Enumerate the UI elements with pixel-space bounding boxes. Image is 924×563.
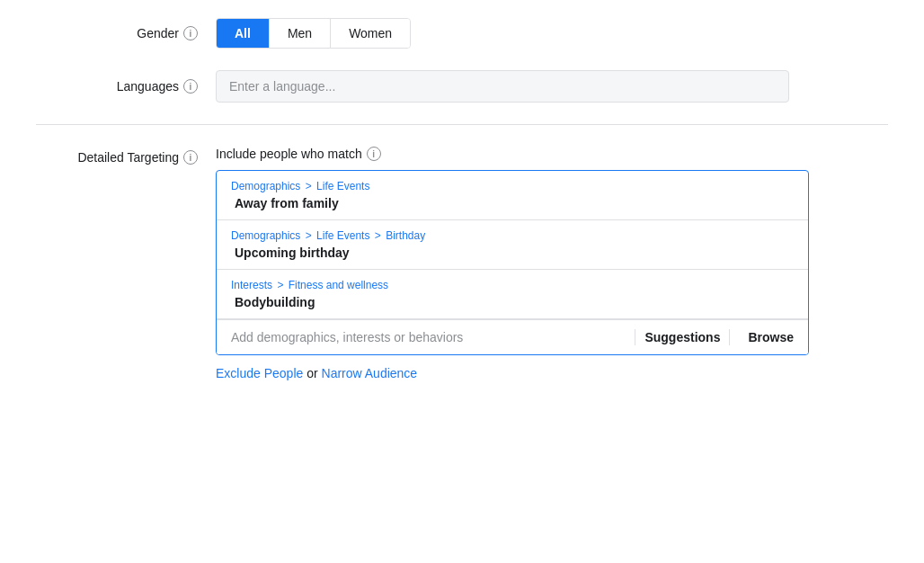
languages-info-icon[interactable]: i: [183, 79, 198, 94]
targeting-item-3: Interests > Fitness and wellness Bodybui…: [217, 270, 808, 319]
include-header-text: Include people who match: [216, 147, 362, 161]
targeting-search-input[interactable]: [231, 330, 626, 344]
breadcrumb-arrow-3: >: [277, 279, 286, 291]
targeting-value-3: Bodybuilding: [231, 295, 794, 309]
gender-women-button[interactable]: Women: [331, 19, 410, 48]
targeting-breadcrumb-1: Demographics > Life Events: [231, 180, 794, 192]
targeting-breadcrumb-2: Demographics > Life Events > Birthday: [231, 229, 794, 242]
breadcrumb-demographics-1[interactable]: Demographics: [231, 180, 300, 192]
targeting-breadcrumb-3: Interests > Fitness and wellness: [231, 279, 794, 291]
search-row-divider: [635, 329, 635, 345]
detailed-targeting-info-icon[interactable]: i: [183, 150, 198, 165]
section-divider: [36, 124, 888, 125]
include-info-icon[interactable]: i: [367, 147, 381, 161]
targeting-item-1: Demographics > Life Events Away from fam…: [217, 171, 808, 220]
breadcrumb-fitness-3[interactable]: Fitness and wellness: [289, 279, 388, 291]
breadcrumb-interests-3[interactable]: Interests: [231, 279, 272, 291]
gender-label-text: Gender: [137, 26, 179, 40]
footer-or-text: or: [307, 366, 321, 380]
languages-input[interactable]: [216, 70, 789, 103]
breadcrumb-arrow-2a: >: [306, 229, 315, 242]
breadcrumb-arrow-2b: >: [375, 229, 384, 242]
gender-men-button[interactable]: Men: [270, 19, 331, 48]
breadcrumb-life-events-2[interactable]: Life Events: [316, 229, 369, 242]
detailed-targeting-label-text: Detailed Targeting: [77, 150, 179, 165]
breadcrumb-birthday-2[interactable]: Birthday: [386, 229, 425, 242]
browse-button[interactable]: Browse: [748, 330, 794, 344]
narrow-audience-link[interactable]: Narrow Audience: [322, 366, 418, 380]
include-header: Include people who match i: [216, 147, 809, 161]
targeting-footer: Exclude People or Narrow Audience: [216, 366, 809, 380]
gender-info-icon[interactable]: i: [183, 26, 198, 40]
gender-all-button[interactable]: All: [217, 19, 270, 48]
gender-row: Gender i All Men Women: [36, 18, 888, 49]
detailed-targeting-content: Include people who match i Demographics …: [216, 147, 809, 380]
languages-label-text: Languages: [117, 79, 179, 94]
languages-label: Languages i: [36, 79, 216, 94]
gender-label: Gender i: [36, 26, 216, 40]
targeting-value-1: Away from family: [231, 196, 794, 210]
targeting-search-row: Suggestions Browse: [217, 319, 808, 354]
breadcrumb-arrow-1: >: [306, 180, 315, 192]
breadcrumb-demographics-2[interactable]: Demographics: [231, 229, 300, 242]
exclude-people-link[interactable]: Exclude People: [216, 366, 303, 380]
languages-row: Languages i: [36, 70, 888, 103]
targeting-box: Demographics > Life Events Away from fam…: [216, 170, 809, 355]
detailed-targeting-row: Detailed Targeting i Include people who …: [36, 147, 888, 380]
gender-button-group: All Men Women: [216, 18, 411, 49]
suggestions-button[interactable]: Suggestions: [644, 330, 720, 344]
breadcrumb-life-events-1[interactable]: Life Events: [316, 180, 369, 192]
targeting-item-2: Demographics > Life Events > Birthday Up…: [217, 220, 808, 270]
targeting-value-2: Upcoming birthday: [231, 246, 794, 260]
search-row-divider-2: [729, 329, 730, 345]
detailed-targeting-label: Detailed Targeting i: [36, 147, 216, 165]
